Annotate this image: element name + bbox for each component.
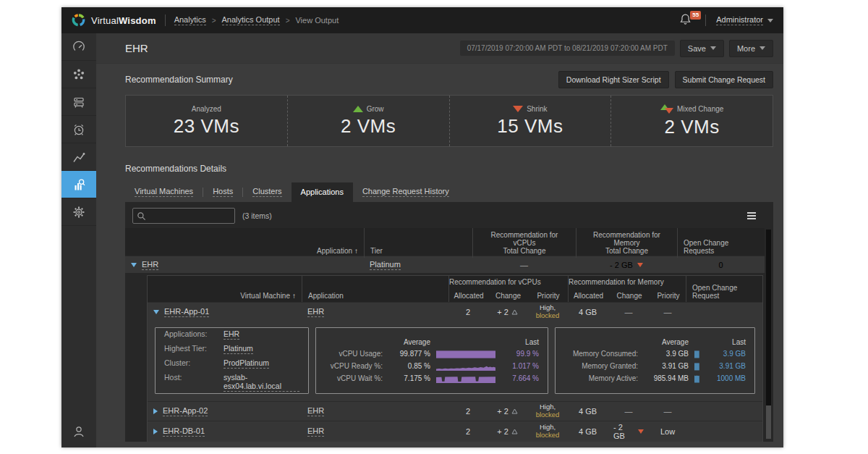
vcpu-metrics-header: AverageLast [325, 338, 539, 346]
column-header-open-change-requests[interactable]: Open Change Requests [677, 228, 765, 258]
tab-applications[interactable]: Applications [292, 182, 353, 202]
vm-row-ehr-db-01[interactable]: EHR-DB-01 EHR 2 + 2 High,blocked 4 GB - … [148, 421, 762, 442]
vcpu-wait-sparkline [436, 374, 495, 383]
vcpu-priority: High,blocked [527, 303, 568, 321]
sidebar-item-user[interactable] [61, 416, 96, 447]
vm-row-ehr-app-01[interactable]: EHR-App-01 EHR 2 + 2 High,blocked 4 GB —… [148, 302, 762, 321]
column-header-memory-total-change[interactable]: Total Change [605, 247, 648, 255]
application-link[interactable]: EHR [307, 426, 324, 437]
vcpu-allocated: 2 [448, 405, 488, 417]
application-link[interactable]: EHR [307, 307, 324, 317]
search-input[interactable] [146, 211, 231, 220]
sidebar-item-topology[interactable] [61, 61, 96, 88]
column-header-application[interactable]: Application [302, 276, 448, 302]
application-link-ehr[interactable]: EHR [142, 260, 158, 270]
sidebar-item-infrastructure[interactable] [61, 88, 96, 116]
collapse-row-icon[interactable] [131, 263, 137, 267]
brand-logo[interactable]: VirtualWisdom [72, 13, 156, 28]
summary-card-mixed-change: Mixed Change 2 VMs [610, 96, 773, 146]
last-header: Last [501, 338, 539, 346]
alarm-clock-icon [72, 122, 86, 137]
memory-allocated: 4 GB [568, 405, 608, 417]
group-label: Recommendation for vCPUs [449, 278, 541, 286]
sidebar-item-dashboard[interactable] [61, 33, 96, 61]
memory-priority: Low [650, 426, 686, 437]
info-link-ehr[interactable]: EHR [224, 329, 239, 340]
more-button[interactable]: More [729, 40, 773, 57]
open-change-request [686, 311, 762, 314]
info-link-prodplatinum[interactable]: ProdPlatinum [224, 358, 269, 369]
breadcrumb-analytics-output[interactable]: Analytics Output [222, 15, 280, 25]
card-label: Analyzed [192, 105, 221, 113]
vm-link[interactable]: EHR-App-02 [163, 406, 208, 416]
breadcrumb-analytics[interactable]: Analytics [174, 15, 206, 25]
vm-detail-expanded-area: Applications:EHR Highest Tier:Platinum C… [148, 321, 762, 401]
user-menu[interactable]: Administrator [716, 15, 773, 25]
table-scrollbar[interactable] [766, 230, 771, 439]
column-header-change[interactable]: Change [608, 292, 650, 300]
expand-row-icon[interactable] [153, 408, 158, 414]
info-link-host[interactable]: syslab-esx04.lab.vi.local [224, 373, 299, 392]
shrink-down-triangle-icon [638, 429, 644, 434]
sidebar-item-analytics[interactable] [61, 171, 96, 198]
submit-change-request-button[interactable]: Submit Change Request [675, 71, 773, 88]
info-row-cluster: Cluster:ProdPlatinum [164, 358, 299, 369]
vm-row-ehr-app-02[interactable]: EHR-App-02 EHR 2 + 2 High,blocked 4 GB —… [148, 401, 762, 421]
column-header-vcpu-total-change[interactable]: Total Change [503, 247, 546, 255]
topbar-divider [705, 14, 706, 26]
column-header-change[interactable]: Change [488, 292, 528, 300]
shrink-down-triangle-icon [513, 106, 523, 112]
sort-ascending-icon: ↑ [354, 247, 358, 255]
application-row-ehr[interactable]: EHR Platinum — - 2 GB 0 [125, 256, 765, 273]
recommendation-summary-panel: Analyzed 23 VMs Grow 2 VMs Shrink 15 VMs… [125, 95, 773, 147]
save-button[interactable]: Save [680, 40, 724, 57]
memory-change: — [608, 405, 650, 417]
column-header-tier[interactable]: Tier [364, 228, 472, 258]
sidebar-item-trends[interactable] [61, 143, 96, 171]
expand-row-icon[interactable] [153, 429, 158, 434]
column-header-priority[interactable]: Priority [650, 292, 686, 300]
card-label: Mixed Change [677, 105, 723, 113]
sidebar-item-alarms[interactable] [61, 116, 96, 143]
tab-change-request-history[interactable]: Change Request History [353, 182, 459, 202]
tab-label: Hosts [213, 187, 233, 197]
column-header-allocated[interactable]: Allocated [569, 292, 608, 300]
notifications-button[interactable]: 55 [679, 13, 695, 28]
column-header-application[interactable]: Application↑ [125, 228, 364, 258]
tab-clusters[interactable]: Clusters [243, 182, 291, 202]
column-group-memory: Recommendation for Memory AllocatedChang… [568, 276, 686, 302]
tab-virtual-machines[interactable]: Virtual Machines [125, 182, 203, 202]
application-link[interactable]: EHR [307, 406, 324, 416]
vcpu-usage-sparkline [436, 349, 495, 358]
summary-card-shrink: Shrink 15 VMs [449, 96, 611, 146]
search-box[interactable] [132, 208, 235, 224]
analytics-bars-magnifier-icon [72, 177, 86, 192]
column-group-vcpus: Recommendation for vCPUs AllocatedChange… [448, 276, 568, 302]
vm-info-box: Applications:EHR Highest Tier:Platinum C… [155, 327, 309, 394]
metric-row-vcpu-usage: vCPU Usage:99.877 % 99.9 % [325, 349, 539, 358]
topology-dots-icon [72, 67, 86, 82]
table-view-icon[interactable] [747, 212, 756, 219]
breadcrumb-view-output: View Output [295, 16, 339, 25]
shrink-down-triangle-icon [637, 263, 643, 267]
download-right-sizer-button[interactable]: Download Right Sizer Script [558, 71, 669, 88]
scrollbar-thumb[interactable] [766, 405, 771, 439]
brand-name: VirtualWisdom [91, 15, 156, 26]
sidebar-item-settings[interactable] [61, 198, 96, 226]
vm-link[interactable]: EHR-App-01 [164, 307, 209, 317]
column-header-allocated[interactable]: Allocated [449, 292, 488, 300]
column-header-open-change-request[interactable]: Open Change Request [686, 276, 762, 302]
column-header-virtual-machine[interactable]: Virtual Machine↑ [148, 276, 302, 302]
collapse-row-icon[interactable] [153, 310, 159, 314]
info-link-platinum[interactable]: Platinum [224, 344, 253, 354]
column-header-priority[interactable]: Priority [528, 292, 569, 300]
breadcrumb: Analytics > Analytics Output > View Outp… [174, 15, 339, 25]
chevron-down-icon [760, 46, 765, 50]
tier-link-platinum[interactable]: Platinum [370, 260, 401, 270]
date-range-picker[interactable]: 07/17/2019 07:20:00 AM PDT to 08/21/2019… [460, 41, 675, 56]
memory-change: - 2 GB [608, 421, 650, 442]
vm-link[interactable]: EHR-DB-01 [163, 426, 205, 437]
tab-hosts[interactable]: Hosts [203, 182, 242, 202]
info-row-applications: Applications:EHR [164, 329, 299, 340]
search-icon [137, 211, 146, 221]
